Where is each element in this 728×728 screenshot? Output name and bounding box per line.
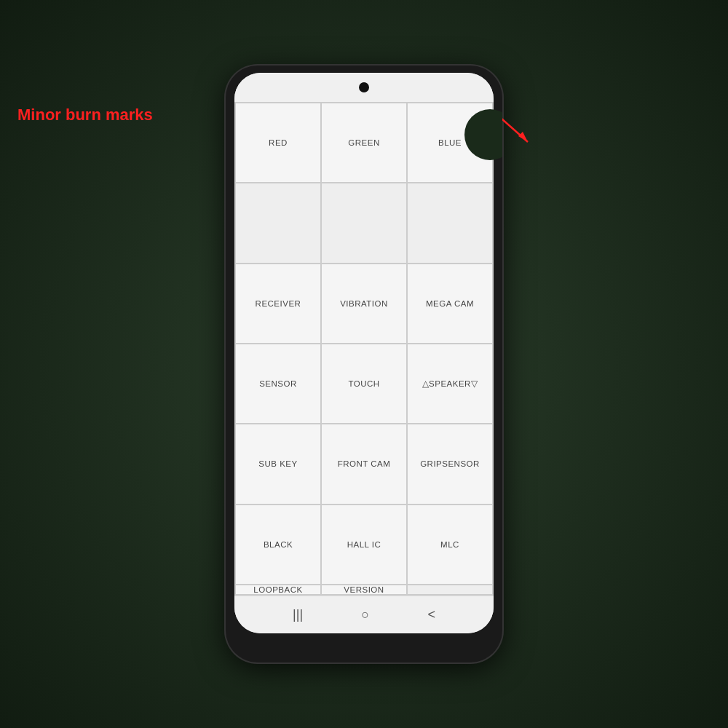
test-grid: REDGREENBLUERECEIVERVIBRATIONMEGA CAMSEN… (234, 102, 494, 596)
grid-cell-loopback[interactable]: LOOPBACK (236, 585, 320, 594)
grid-cell-hall-ic[interactable]: HALL IC (322, 505, 406, 584)
phone-device: REDGREENBLUERECEIVERVIBRATIONMEGA CAMSEN… (226, 66, 502, 662)
grid-cell-touch[interactable]: TOUCH (322, 344, 406, 423)
grid-cell-front-cam[interactable]: FRONT CAM (322, 424, 406, 503)
back-button[interactable]: < (427, 607, 435, 622)
grid-cell-empty-20 (408, 585, 492, 594)
grid-cell-mlc[interactable]: MLC (408, 505, 492, 584)
grid-cell-sensor[interactable]: SENSOR (236, 344, 320, 423)
grid-cell-empty-5 (408, 183, 492, 262)
grid-cell-empty-4 (322, 183, 406, 262)
grid-cell-sub-key[interactable]: SUB KEY (236, 424, 320, 503)
phone-screen: REDGREENBLUERECEIVERVIBRATIONMEGA CAMSEN… (234, 73, 494, 633)
recents-button[interactable]: ||| (293, 607, 303, 622)
grid-cell-red[interactable]: RED (236, 103, 320, 182)
grid-cell-△speaker▽[interactable]: △SPEAKER▽ (408, 344, 492, 423)
grid-cell-empty-3 (236, 183, 320, 262)
grid-cell-black[interactable]: BLACK (236, 505, 320, 584)
grid-cell-version[interactable]: VERSION (322, 585, 406, 594)
navigation-bar: ||| ○ < (234, 596, 494, 633)
grid-cell-gripsensor[interactable]: GRIPSENSOR (408, 424, 492, 503)
front-camera-hole (359, 82, 369, 92)
home-button[interactable]: ○ (361, 607, 369, 622)
grid-cell-receiver[interactable]: RECEIVER (236, 264, 320, 343)
grid-cell-green[interactable]: GREEN (322, 103, 406, 182)
grid-cell-mega-cam[interactable]: MEGA CAM (408, 264, 492, 343)
notch-area (234, 73, 494, 102)
grid-cell-vibration[interactable]: VIBRATION (322, 264, 406, 343)
